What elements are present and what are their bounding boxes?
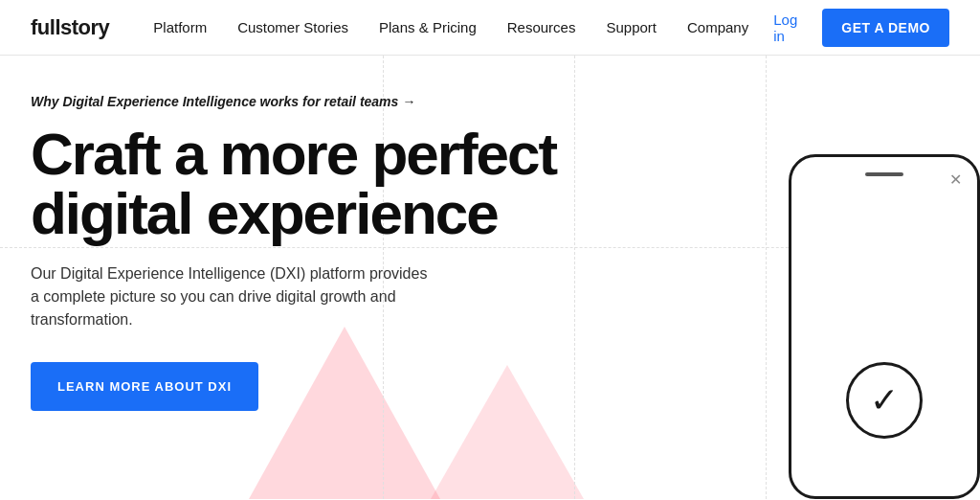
nav-item-resources[interactable]: Resources [494,11,590,45]
nav-links: Platform Customer Stories Plans & Pricin… [140,11,762,45]
hero-content: Why Digital Experience Intelligence work… [31,94,643,499]
nav-item-platform[interactable]: Platform [140,11,220,45]
grid-line-v3 [766,56,767,499]
hero-title: Craft a more perfect digital experience [31,125,643,243]
phone-checkmark-circle: ✓ [846,362,923,439]
hero-title-line1: Craft a more perfect [31,121,556,187]
nav-actions: Log in GET A DEMO [762,4,949,52]
nav-item-support[interactable]: Support [592,11,670,45]
phone-close-icon: ✕ [949,170,962,189]
nav-item-company[interactable]: Company [674,11,762,45]
phone-body: ✕ ✓ [789,154,980,499]
brand-logo[interactable]: fullstory [31,15,109,40]
phone-mockup: ✕ ✓ [789,154,980,499]
hero-title-line2: digital experience [31,180,498,246]
checkmark-icon: ✓ [870,380,899,420]
get-demo-button[interactable]: GET A DEMO [822,9,949,47]
login-button[interactable]: Log in [762,4,811,52]
nav-item-customer-stories[interactable]: Customer Stories [224,11,362,45]
hero-tagline[interactable]: Why Digital Experience Intelligence work… [31,94,643,109]
navbar: fullstory Platform Customer Stories Plan… [0,0,980,56]
hero-section: Why Digital Experience Intelligence work… [0,56,980,499]
phone-speaker [865,172,903,176]
hero-cta-button[interactable]: LEARN MORE ABOUT DXI [31,362,258,411]
nav-item-plans-pricing[interactable]: Plans & Pricing [366,11,490,45]
hero-description: Our Digital Experience Intelligence (DXI… [31,262,433,331]
